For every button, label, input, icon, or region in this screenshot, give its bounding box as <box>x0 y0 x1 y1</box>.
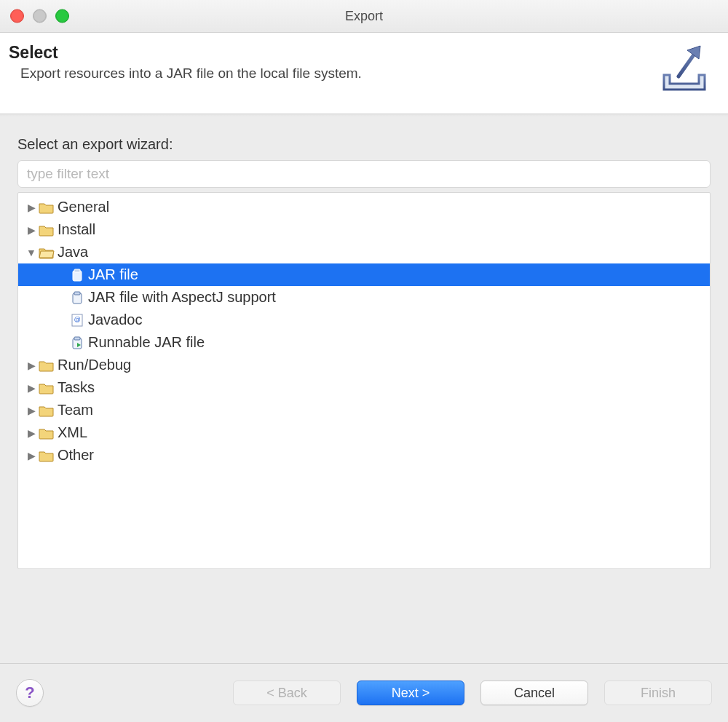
jar-file-icon <box>69 269 85 282</box>
chevron-right-icon[interactable]: ▶ <box>25 360 37 371</box>
tree-folder-tasks[interactable]: ▶ Tasks <box>18 376 710 399</box>
window-minimize-button[interactable] <box>33 9 47 23</box>
export-wizard-tree[interactable]: ▶ General▶ Install▼ Java JAR file JAR fi… <box>17 192 711 569</box>
tree-item-runnable-jar-file[interactable]: Runnable JAR file <box>18 331 710 354</box>
chevron-right-icon[interactable]: ▶ <box>25 427 37 439</box>
chevron-right-icon[interactable]: ▶ <box>25 202 37 213</box>
tree-label: Javadoc <box>88 312 143 328</box>
jar-file-icon <box>69 291 85 304</box>
tree-folder-team[interactable]: ▶ Team <box>18 399 710 421</box>
tree-item-jar-file-with-aspectj-support[interactable]: JAR file with AspectJ support <box>18 286 710 309</box>
export-icon <box>657 41 712 97</box>
tree-label: JAR file with AspectJ support <box>88 289 276 306</box>
tree-label: XML <box>58 424 87 441</box>
window-zoom-button[interactable] <box>55 9 69 23</box>
help-button[interactable]: ? <box>16 679 44 707</box>
tree-item-jar-file[interactable]: JAR file <box>18 263 710 286</box>
tree-folder-run-debug[interactable]: ▶ Run/Debug <box>18 354 710 376</box>
svg-text:@: @ <box>74 316 80 323</box>
wizard-list-label: Select an export wizard: <box>17 136 711 153</box>
tree-item-javadoc[interactable]: @ Javadoc <box>18 309 710 331</box>
folder-icon <box>39 246 55 259</box>
chevron-right-icon[interactable]: ▶ <box>25 224 37 236</box>
back-button: < Back <box>233 681 341 705</box>
svg-rect-1 <box>74 269 80 272</box>
wizard-content: Select an export wizard: ▶ General▶ Inst… <box>0 117 728 576</box>
folder-icon <box>39 359 55 372</box>
javadoc-icon: @ <box>69 314 85 327</box>
tree-folder-install[interactable]: ▶ Install <box>18 218 710 241</box>
tree-folder-java[interactable]: ▼ Java <box>18 241 710 263</box>
wizard-heading: Select <box>9 43 712 63</box>
wizard-footer: ? < Back Next > Cancel Finish <box>0 664 728 722</box>
tree-label: General <box>58 199 109 215</box>
chevron-right-icon[interactable]: ▶ <box>25 450 37 461</box>
wizard-subtitle: Export resources into a JAR file on the … <box>20 66 712 82</box>
tree-label: Tasks <box>58 379 95 396</box>
chevron-down-icon[interactable]: ▼ <box>25 247 37 258</box>
chevron-right-icon[interactable]: ▶ <box>25 382 37 394</box>
tree-label: Other <box>58 447 94 464</box>
next-button[interactable]: Next > <box>357 681 464 705</box>
title-bar: Export <box>0 0 728 33</box>
wizard-header: Select Export resources into a JAR file … <box>0 33 728 114</box>
tree-folder-general[interactable]: ▶ General <box>18 196 710 218</box>
folder-icon <box>39 449 55 462</box>
window-close-button[interactable] <box>10 9 24 23</box>
window-controls <box>10 9 69 23</box>
tree-folder-other[interactable]: ▶ Other <box>18 444 710 467</box>
window-title: Export <box>345 9 383 24</box>
folder-icon <box>39 381 55 394</box>
folder-icon <box>39 427 55 440</box>
folder-icon <box>39 223 55 237</box>
runnable-jar-icon <box>69 336 85 349</box>
tree-label: Install <box>58 221 95 238</box>
tree-folder-xml[interactable]: ▶ XML <box>18 421 710 444</box>
folder-icon <box>39 201 55 214</box>
tree-label: JAR file <box>88 266 138 283</box>
tree-label: Run/Debug <box>58 357 131 373</box>
svg-rect-3 <box>74 292 80 295</box>
tree-label: Team <box>58 402 93 418</box>
svg-rect-7 <box>74 337 80 340</box>
tree-label: Java <box>58 244 88 261</box>
finish-button: Finish <box>604 681 712 705</box>
folder-icon <box>39 404 55 417</box>
chevron-right-icon[interactable]: ▶ <box>25 405 37 416</box>
tree-label: Runnable JAR file <box>88 334 205 351</box>
cancel-button[interactable]: Cancel <box>480 681 588 705</box>
filter-input[interactable] <box>17 160 711 188</box>
